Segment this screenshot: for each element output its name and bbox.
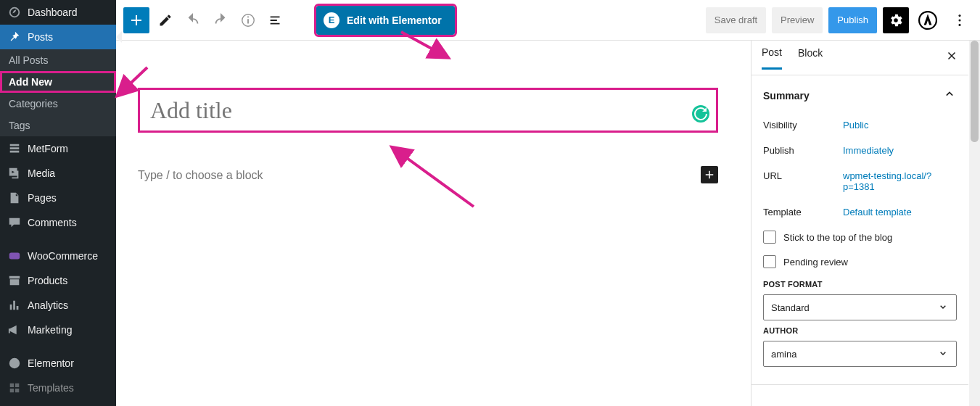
media-icon xyxy=(7,166,22,181)
default-block-placeholder[interactable]: Type / to choose a block xyxy=(138,169,263,182)
sidebar-item-label: Analytics xyxy=(28,299,68,311)
sidebar-item-label: Pages xyxy=(28,192,57,204)
sidebar-item-comments[interactable]: Comments xyxy=(0,210,116,235)
chevron-down-icon xyxy=(937,347,949,361)
summary-url-value[interactable]: wpmet-testing.local/?p=1381 xyxy=(843,170,952,192)
tab-block[interactable]: Block xyxy=(798,47,823,68)
stick-to-top-checkbox[interactable] xyxy=(763,231,776,244)
elementor-icon xyxy=(7,356,22,370)
edit-mode-button[interactable] xyxy=(154,9,177,32)
sidebar-item-metform[interactable]: MetForm xyxy=(0,136,116,161)
summary-visibility-value[interactable]: Public xyxy=(843,120,868,130)
sidebar-item-label: Elementor xyxy=(28,357,74,369)
svg-point-6 xyxy=(958,23,960,25)
author-label: AUTHOR xyxy=(763,326,957,335)
sidebar-item-pages[interactable]: Pages xyxy=(0,186,116,210)
settings-sidebar: Post Block Summary VisibilityPublic Publ… xyxy=(751,41,968,406)
close-settings-button[interactable] xyxy=(945,49,958,66)
tab-post[interactable]: Post xyxy=(762,46,782,70)
astra-button[interactable] xyxy=(915,7,941,33)
page-icon xyxy=(7,191,22,205)
post-format-label: POST FORMAT xyxy=(763,280,957,289)
post-format-select[interactable]: Standard xyxy=(763,294,957,320)
sidebar-sub-add-new[interactable]: Add New xyxy=(0,71,116,93)
sidebar-sub-all-posts[interactable]: All Posts xyxy=(0,49,116,71)
sidebar-item-label: Comments xyxy=(28,217,77,228)
svg-rect-0 xyxy=(9,253,20,260)
sidebar-item-analytics[interactable]: Analytics xyxy=(0,293,116,318)
panel-summary-toggle[interactable]: Summary xyxy=(763,87,957,104)
summary-publish-label: Publish xyxy=(763,145,843,156)
admin-sidebar: Dashboard Posts All Posts Add New Catego… xyxy=(0,0,116,406)
chevron-up-icon xyxy=(942,87,957,104)
summary-url-label: URL xyxy=(763,170,843,192)
sidebar-item-label: Dashboard xyxy=(28,7,78,18)
settings-gear-button[interactable] xyxy=(883,7,909,33)
preview-button[interactable]: Preview xyxy=(772,7,823,33)
form-icon xyxy=(7,141,22,156)
settings-scrollbar[interactable] xyxy=(969,41,980,406)
sidebar-item-templates[interactable]: Templates xyxy=(0,376,116,400)
sidebar-item-label: Marketing xyxy=(28,324,72,336)
megaphone-icon xyxy=(7,323,22,337)
sidebar-item-woocommerce[interactable]: WooCommerce xyxy=(0,244,116,268)
svg-point-5 xyxy=(958,19,960,21)
publish-button[interactable]: Publish xyxy=(828,7,877,33)
summary-publish-value[interactable]: Immediately xyxy=(843,145,894,156)
details-button[interactable] xyxy=(236,9,260,32)
chevron-down-icon xyxy=(937,301,949,315)
summary-visibility-label: Visibility xyxy=(763,120,843,130)
redo-button[interactable] xyxy=(209,9,232,32)
pushpin-icon xyxy=(7,30,22,44)
sidebar-item-label: WooCommerce xyxy=(28,250,98,262)
edit-with-elementor-button[interactable]: E Edit with Elementor xyxy=(316,6,455,35)
svg-point-4 xyxy=(958,14,960,17)
summary-template-value[interactable]: Default template xyxy=(843,207,912,218)
summary-template-label: Template xyxy=(763,207,843,218)
archive-icon xyxy=(7,273,22,288)
add-block-button[interactable] xyxy=(701,166,718,183)
sidebar-item-label: MetForm xyxy=(28,143,68,154)
list-view-button[interactable] xyxy=(264,9,287,32)
options-menu-button[interactable] xyxy=(947,7,973,33)
comment-icon xyxy=(7,215,22,230)
save-draft-button[interactable]: Save draft xyxy=(706,7,766,33)
elementor-badge-icon: E xyxy=(324,12,339,28)
sidebar-item-posts[interactable]: Posts xyxy=(0,25,116,49)
block-inserter-button[interactable] xyxy=(123,7,149,33)
grammarly-icon[interactable] xyxy=(692,105,709,123)
sidebar-sub-tags[interactable]: Tags xyxy=(0,115,116,136)
sidebar-sub-categories[interactable]: Categories xyxy=(0,93,116,115)
pending-review-checkbox[interactable] xyxy=(763,255,776,268)
templates-icon xyxy=(7,381,22,395)
sidebar-item-products[interactable]: Products xyxy=(0,268,116,293)
author-select[interactable]: amina xyxy=(763,341,957,367)
svg-point-1 xyxy=(9,358,20,368)
woo-icon xyxy=(7,249,22,263)
sidebar-item-marketing[interactable]: Marketing xyxy=(0,318,116,342)
sidebar-item-label: Templates xyxy=(28,382,74,394)
speedometer-icon xyxy=(7,5,22,20)
sidebar-item-dashboard[interactable]: Dashboard xyxy=(0,0,116,25)
undo-button[interactable] xyxy=(181,9,205,32)
sidebar-item-label: Posts xyxy=(28,31,53,43)
sidebar-item-elementor[interactable]: Elementor xyxy=(0,351,116,376)
sidebar-item-media[interactable]: Media xyxy=(0,161,116,186)
post-title-input[interactable] xyxy=(138,88,718,133)
editor-canvas[interactable]: Type / to choose a block xyxy=(116,41,740,406)
editor-topbar: E Edit with Elementor Save draft Preview… xyxy=(116,0,980,41)
bar-chart-icon xyxy=(7,298,22,312)
sidebar-item-label: Media xyxy=(28,167,55,179)
sidebar-item-label: Products xyxy=(28,275,67,286)
